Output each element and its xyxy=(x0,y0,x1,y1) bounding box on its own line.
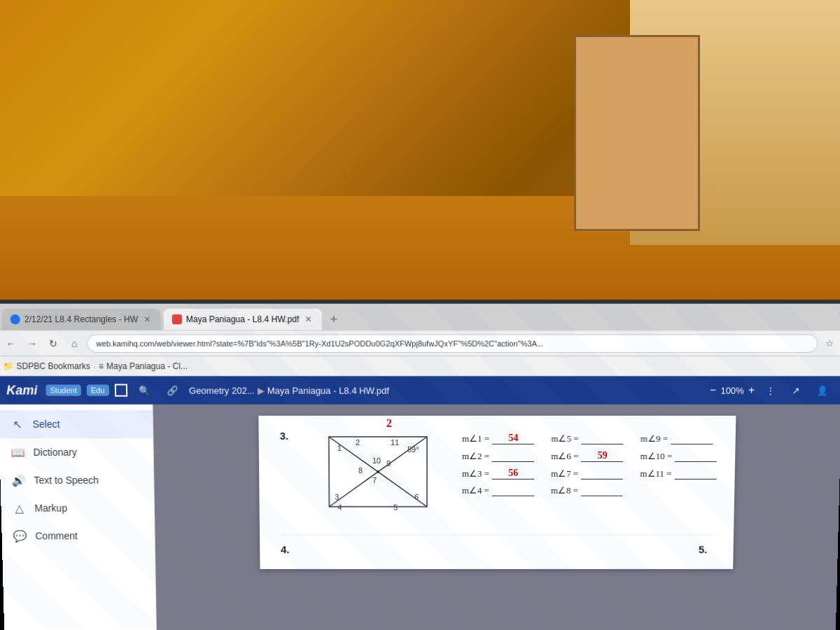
tab-google-classroom[interactable]: 2/12/21 L8.4 Rectangles - HW ✕ xyxy=(1,309,160,330)
angle4-value xyxy=(492,485,534,496)
sidebar-item-markup[interactable]: △ Markup xyxy=(1,494,154,522)
sidebar-item-markup-label: Markup xyxy=(34,503,67,514)
svg-text:3: 3 xyxy=(335,493,339,501)
equations-area: m∠1 = 54 m∠5 = m∠9 = xyxy=(462,430,718,496)
pdf-area: 3. 2 xyxy=(153,405,840,630)
sidebar-item-dictionary[interactable]: 📖 Dictionary xyxy=(0,438,153,466)
problem-3-number: 3. xyxy=(280,430,294,442)
angle1-value: 54 xyxy=(492,433,534,444)
angle3-value: 56 xyxy=(492,468,534,479)
book-icon: 📖 xyxy=(10,445,25,459)
layout-icon[interactable] xyxy=(114,384,127,396)
svg-text:6: 6 xyxy=(414,493,419,501)
eq-angle1: m∠1 = 54 xyxy=(462,433,534,444)
search-kami-button[interactable]: 🔍 xyxy=(132,382,155,398)
eq-angle8: m∠8 = xyxy=(551,485,623,496)
eq-angle6: m∠6 = 59 xyxy=(551,450,623,462)
forward-button[interactable]: → xyxy=(23,335,41,351)
kami-toolbar: Kami Student Edu 🔍 🔗 Geometry 202... ▶ M… xyxy=(0,376,840,404)
geometry-diagram: 2 1 2 xyxy=(308,430,448,521)
sidebar-item-comment[interactable]: 💬 Comment xyxy=(1,522,155,550)
edu-badge: Edu xyxy=(87,384,109,396)
angle9-value xyxy=(671,433,713,444)
svg-text:4: 4 xyxy=(337,503,342,512)
breadcrumb-part1[interactable]: Geometry 202... xyxy=(189,385,255,396)
sidebar-item-select-label: Select xyxy=(32,419,59,430)
kami-tab-icon xyxy=(172,314,181,324)
angle7-value xyxy=(581,468,623,479)
breadcrumb-part2: Maya Paniagua - L8.4 HW.pdf xyxy=(267,385,389,396)
more-options-button[interactable]: ⋮ xyxy=(760,382,781,398)
eq-angle10: m∠10 = xyxy=(640,450,717,462)
angle10-value xyxy=(675,450,717,461)
share-kami-button[interactable]: 🔗 xyxy=(161,382,184,398)
refresh-button[interactable]: ↻ xyxy=(45,335,62,351)
problem-3-section: 3. 2 xyxy=(280,430,715,521)
eq-angle11: m∠11 = xyxy=(640,468,717,479)
address-bar-row: ← → ↻ ⌂ ☆ xyxy=(0,331,840,357)
svg-text:5: 5 xyxy=(393,503,398,512)
back-button[interactable]: ← xyxy=(2,335,20,351)
breadcrumb-arrow: ▶ xyxy=(258,385,265,396)
tab-kami[interactable]: Maya Paniagua - L8.4 HW.pdf ✕ xyxy=(163,309,321,330)
svg-text:59°: 59° xyxy=(407,445,419,454)
laptop-screen: 2/12/21 L8.4 Rectangles - HW ✕ Maya Pani… xyxy=(0,300,840,629)
svg-text:10: 10 xyxy=(372,456,381,465)
triangle-icon: △ xyxy=(12,501,26,515)
angle5-value xyxy=(582,433,624,444)
svg-text:1: 1 xyxy=(337,444,342,452)
sidebar-item-tts-label: Text to Speech xyxy=(34,475,99,486)
zoom-level: 100% xyxy=(720,385,744,396)
angle2-value xyxy=(492,450,534,461)
sidebar-item-text-to-speech[interactable]: 🔊 Text to Speech xyxy=(0,466,154,494)
svg-text:7: 7 xyxy=(372,476,377,484)
zoom-minus-button[interactable]: − xyxy=(710,384,717,396)
sidebar-item-comment-label: Comment xyxy=(35,531,78,542)
new-tab-button[interactable]: + xyxy=(325,312,344,327)
bookmark-sdpbc[interactable]: 📁 SDPBC Bookmarks xyxy=(3,361,90,371)
angle6-value: 59 xyxy=(581,450,623,462)
address-icons: ☆ xyxy=(822,335,838,351)
google-classroom-icon xyxy=(10,314,20,324)
url-input[interactable] xyxy=(87,334,818,352)
tab-close-2[interactable]: ✕ xyxy=(303,314,313,324)
user-icon-button[interactable]: 👤 xyxy=(811,382,834,398)
zoom-plus-button[interactable]: + xyxy=(748,384,755,396)
eq-angle9: m∠9 = xyxy=(640,433,718,444)
eq-angle4: m∠4 = xyxy=(462,485,534,496)
bg-door xyxy=(574,35,700,231)
angle8-value xyxy=(581,485,623,496)
tab-label-2: Maya Paniagua - L8.4 HW.pdf xyxy=(186,314,300,324)
rectangle-diagram-svg: 1 2 11 59° 10 8 9 xyxy=(308,430,448,521)
tab-bar: 2/12/21 L8.4 Rectangles - HW ✕ Maya Pani… xyxy=(0,304,840,331)
svg-point-3 xyxy=(377,470,379,473)
handwritten-2: 2 xyxy=(386,417,392,430)
sidebar-item-select[interactable]: ↖ Select xyxy=(0,410,153,438)
zoom-control: − 100% + xyxy=(710,384,755,396)
bookmark-star-icon[interactable]: ☆ xyxy=(822,335,838,351)
bottom-numbers: 4. 5. xyxy=(281,535,713,556)
pdf-page: 3. 2 xyxy=(258,416,736,569)
kami-logo: Kami xyxy=(6,383,38,398)
doc-icon: ≡ xyxy=(99,361,104,371)
svg-text:9: 9 xyxy=(386,459,391,468)
eq-angle3: m∠3 = 56 xyxy=(462,468,534,479)
svg-text:8: 8 xyxy=(358,466,363,475)
breadcrumb: Geometry 202... ▶ Maya Paniagua - L8.4 H… xyxy=(189,385,389,396)
bookmark-maya[interactable]: ≡ Maya Paniagua - Cl... xyxy=(99,361,188,371)
export-button[interactable]: ↗ xyxy=(786,382,806,398)
sidebar-item-dictionary-label: Dictionary xyxy=(33,447,77,458)
student-badge: Student xyxy=(46,384,81,396)
home-button[interactable]: ⌂ xyxy=(66,335,83,351)
folder-icon: 📁 xyxy=(3,361,13,371)
problem-5-number: 5. xyxy=(699,543,713,555)
eq-angle2: m∠2 = xyxy=(462,450,534,462)
tab-label-1: 2/12/21 L8.4 Rectangles - HW xyxy=(24,314,139,324)
speaker-icon: 🔊 xyxy=(11,473,25,487)
sidebar: ↖ Select 📖 Dictionary 🔊 Text to Speech △… xyxy=(0,405,157,630)
tab-close-1[interactable]: ✕ xyxy=(142,314,152,324)
svg-text:11: 11 xyxy=(391,438,399,447)
cursor-icon: ↖ xyxy=(10,417,24,431)
browser-chrome: 2/12/21 L8.4 Rectangles - HW ✕ Maya Pani… xyxy=(0,304,840,405)
main-content: ↖ Select 📖 Dictionary 🔊 Text to Speech △… xyxy=(0,405,840,630)
